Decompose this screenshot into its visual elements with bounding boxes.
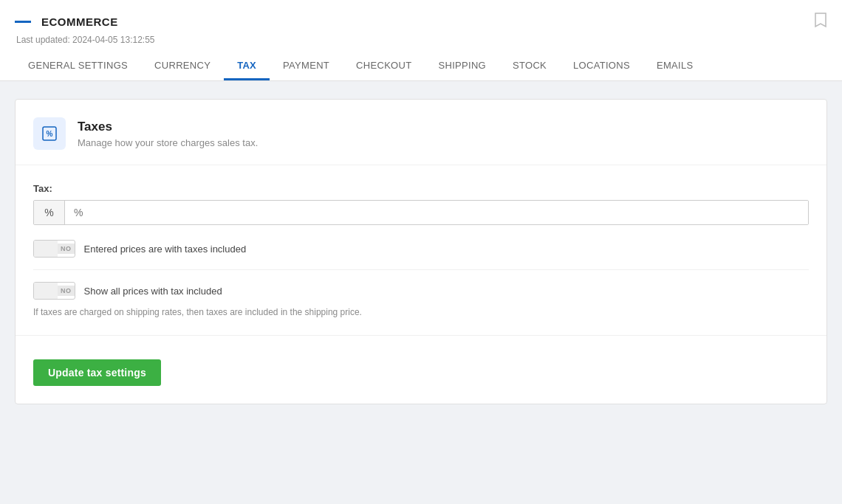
nav-tab-payment[interactable]: PAYMENT xyxy=(270,52,343,80)
update-tax-settings-button[interactable]: Update tax settings xyxy=(33,359,161,386)
bookmark-icon[interactable] xyxy=(814,12,827,32)
settings-card: % Taxes Manage how your store charges sa… xyxy=(15,99,827,404)
title-dash-icon xyxy=(15,21,31,23)
nav-tab-currency[interactable]: CURRENCY xyxy=(141,52,224,80)
main-content: % Taxes Manage how your store charges sa… xyxy=(0,81,842,422)
card-header: % Taxes Manage how your store charges sa… xyxy=(16,100,826,165)
tax-prefix: % xyxy=(34,201,65,224)
nav-tab-locations[interactable]: LOCATIONS xyxy=(560,52,643,80)
tax-input-wrapper: % xyxy=(33,200,809,225)
card-footer: Update tax settings xyxy=(16,348,826,404)
nav-tab-checkout[interactable]: CHECKOUT xyxy=(343,52,425,80)
nav-tab-emails[interactable]: EMAILS xyxy=(643,52,706,80)
card-subtitle: Manage how your store charges sales tax. xyxy=(78,137,258,148)
tax-field-group: Tax: % xyxy=(33,183,809,225)
section-divider-1 xyxy=(33,269,809,270)
card-title: Taxes xyxy=(78,120,258,134)
toggle-badge-1: NO xyxy=(58,244,75,254)
toggle-track-2 xyxy=(34,283,58,299)
footer-divider xyxy=(16,335,826,336)
card-body: Tax: % NO Entered prices are with taxes … xyxy=(16,165,826,335)
nav-tab-tax[interactable]: TAX xyxy=(224,52,270,80)
help-text: If taxes are charged on shipping rates, … xyxy=(33,307,809,317)
app-title-row: ECOMMERCE xyxy=(15,12,827,32)
toggle-switch-2[interactable]: NO xyxy=(33,282,75,300)
toggle-row-1: NO Entered prices are with taxes include… xyxy=(33,240,809,258)
top-bar: ECOMMERCE Last updated: 2024-04-05 13:12… xyxy=(0,0,842,81)
page-wrapper: ECOMMERCE Last updated: 2024-04-05 13:12… xyxy=(0,0,842,504)
toggle-label-1: Entered prices are with taxes included xyxy=(84,244,247,255)
tax-field-label: Tax: xyxy=(33,183,809,194)
svg-text:%: % xyxy=(47,130,53,138)
toggle-badge-2: NO xyxy=(58,286,75,296)
toggle-switch-1[interactable]: NO xyxy=(33,240,75,258)
last-updated: Last updated: 2024-04-05 13:12:55 xyxy=(15,35,827,45)
app-title: ECOMMERCE xyxy=(15,15,118,28)
tax-input[interactable] xyxy=(65,201,808,224)
taxes-icon: % xyxy=(41,125,58,142)
nav-tabs: GENERAL SETTINGSCURRENCYTAXPAYMENTCHECKO… xyxy=(15,52,827,80)
nav-tab-stock[interactable]: STOCK xyxy=(499,52,560,80)
toggle-row-2: NO Show all prices with tax included xyxy=(33,282,809,300)
taxes-icon-wrapper: % xyxy=(33,117,66,150)
nav-tab-shipping[interactable]: SHIPPING xyxy=(425,52,499,80)
toggle-track-1 xyxy=(34,241,58,257)
toggle-label-2: Show all prices with tax included xyxy=(84,286,222,297)
card-title-group: Taxes Manage how your store charges sale… xyxy=(78,120,258,148)
nav-tab-general-settings[interactable]: GENERAL SETTINGS xyxy=(15,52,141,80)
app-title-text: ECOMMERCE xyxy=(41,15,118,28)
